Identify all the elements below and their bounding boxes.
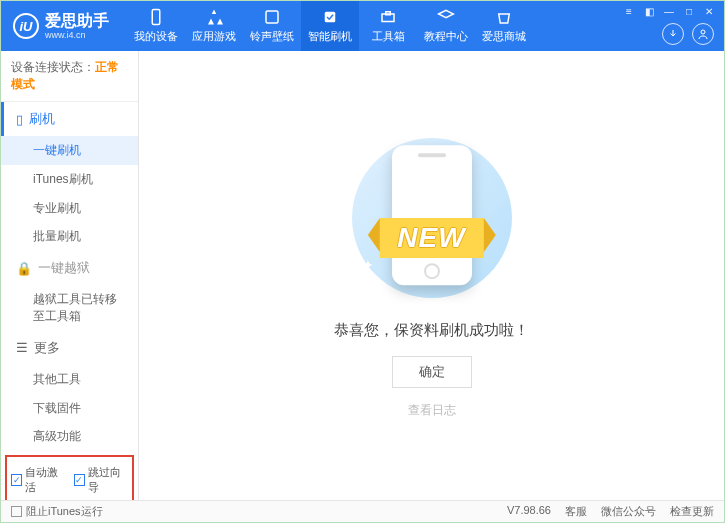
nav-label: 教程中心 [424,29,468,44]
update-link[interactable]: 检查更新 [670,504,714,519]
ok-button[interactable]: 确定 [392,356,472,388]
phone-icon: ▯ [16,112,23,127]
sidebar-label: 一键越狱 [38,259,90,277]
more-icon: ☰ [16,340,28,355]
sidebar-label: 刷机 [29,110,55,128]
device-status: 设备连接状态：正常模式 [1,51,138,102]
apps-icon [205,8,223,26]
nav-ringtone[interactable]: 铃声壁纸 [243,1,301,51]
sidebar-jailbreak-note: 越狱工具已转移至工具箱 [1,285,138,331]
sidebar-more-head[interactable]: ☰ 更多 [1,331,138,365]
nav-label: 爱思商城 [482,29,526,44]
nav-flash[interactable]: 智能刷机 [301,1,359,51]
auto-activate-checkbox[interactable]: ✓自动激活 [11,465,66,495]
header-actions [662,23,714,45]
app-url: www.i4.cn [45,30,109,40]
wechat-link[interactable]: 微信公众号 [601,504,656,519]
status-label: 设备连接状态： [11,60,95,74]
menu-icon[interactable]: ≡ [622,5,636,17]
flash-icon [321,8,339,26]
minimize-icon[interactable]: — [662,5,676,17]
support-link[interactable]: 客服 [565,504,587,519]
nav-label: 智能刷机 [308,29,352,44]
sidebar-batch-flash[interactable]: 批量刷机 [1,222,138,251]
sidebar-flash-head[interactable]: ▯ 刷机 [1,102,138,136]
sidebar-label: 更多 [34,339,60,357]
status-bar: 阻止iTunes运行 V7.98.66 客服 微信公众号 检查更新 [1,500,724,522]
app-logo: iU 爱思助手 www.i4.cn [13,12,109,40]
nav-label: 应用游戏 [192,29,236,44]
app-name: 爱思助手 [45,12,109,30]
checkbox-label: 跳过向导 [88,465,128,495]
svg-rect-2 [325,12,336,23]
user-icon[interactable] [692,23,714,45]
nav-toolbox[interactable]: 工具箱 [359,1,417,51]
svg-rect-0 [152,10,160,25]
close-icon[interactable]: ✕ [702,5,716,17]
checkbox-label: 阻止iTunes运行 [26,504,103,519]
sidebar-download-firmware[interactable]: 下载固件 [1,394,138,423]
nav-label: 铃声壁纸 [250,29,294,44]
sidebar-advanced[interactable]: 高级功能 [1,422,138,451]
store-icon [495,8,513,26]
new-ribbon: NEW [379,218,483,258]
lock-icon: 🔒 [16,261,32,276]
tutorial-icon [437,8,455,26]
wallpaper-icon [263,8,281,26]
sidebar-pro-flash[interactable]: 专业刷机 [1,194,138,223]
skip-guide-checkbox[interactable]: ✓跳过向导 [74,465,129,495]
sidebar-itunes-flash[interactable]: iTunes刷机 [1,165,138,194]
nav-label: 工具箱 [372,29,405,44]
nav-apps[interactable]: 应用游戏 [185,1,243,51]
checkbox-icon [11,506,22,517]
nav-my-device[interactable]: 我的设备 [127,1,185,51]
maximize-icon[interactable]: □ [682,5,696,17]
main-panel: ✦✧✦✧ NEW 恭喜您，保资料刷机成功啦！ 确定 查看日志 [139,51,724,500]
block-itunes-checkbox[interactable]: 阻止iTunes运行 [11,504,103,519]
logo-icon: iU [13,13,39,39]
nav-label: 我的设备 [134,29,178,44]
download-icon[interactable] [662,23,684,45]
skin-icon[interactable]: ◧ [642,5,656,17]
nav-store[interactable]: 爱思商城 [475,1,533,51]
svg-rect-1 [266,11,278,23]
view-log-link[interactable]: 查看日志 [408,402,456,419]
toolbox-icon [379,8,397,26]
nav-tutorial[interactable]: 教程中心 [417,1,475,51]
top-nav: 我的设备 应用游戏 铃声壁纸 智能刷机 工具箱 教程中心 爱思商城 [127,1,533,51]
sidebar-other-tools[interactable]: 其他工具 [1,365,138,394]
checkbox-label: 自动激活 [25,465,65,495]
svg-point-5 [701,30,705,34]
app-header: iU 爱思助手 www.i4.cn 我的设备 应用游戏 铃声壁纸 智能刷机 工具… [1,1,724,51]
version-label: V7.98.66 [507,504,551,519]
window-controls: ≡ ◧ — □ ✕ [622,5,716,17]
sidebar-oneclick-flash[interactable]: 一键刷机 [1,136,138,165]
sidebar-jailbreak-head[interactable]: 🔒 一键越狱 [1,251,138,285]
success-illustration: ✦✧✦✧ NEW [332,133,532,303]
check-icon: ✓ [74,474,85,486]
sidebar: 设备连接状态：正常模式 ▯ 刷机 一键刷机 iTunes刷机 专业刷机 批量刷机… [1,51,139,500]
check-icon: ✓ [11,474,22,486]
success-message: 恭喜您，保资料刷机成功啦！ [334,321,529,340]
options-highlight: ✓自动激活 ✓跳过向导 [5,455,134,505]
phone-icon [147,8,165,26]
